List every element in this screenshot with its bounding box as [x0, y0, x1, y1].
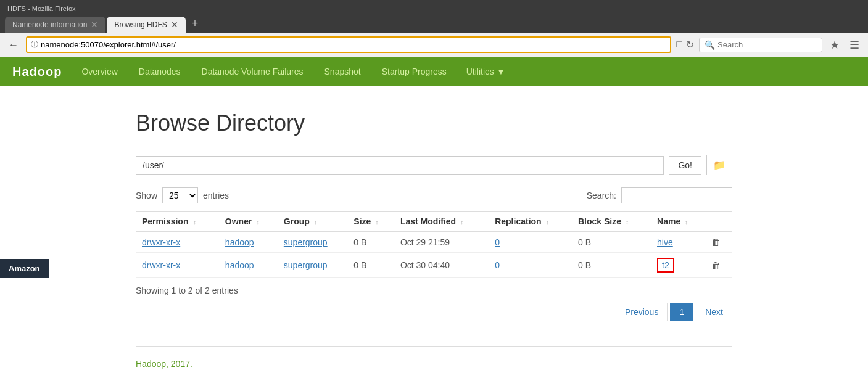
group-link-2[interactable]: supergroup — [284, 260, 328, 270]
sort-permission-icon: ↕ — [192, 218, 196, 226]
folder-icon: 📁 — [713, 160, 725, 170]
tab-namenode-information[interactable]: Namenode information ✕ — [5, 17, 105, 33]
browser-addressbar: ← ⓘ □ ↻ 🔍 ★ ☰ — [0, 33, 868, 57]
col-owner[interactable]: Owner ↕ — [219, 212, 278, 232]
new-tab-button[interactable]: + — [187, 15, 204, 33]
col-size[interactable]: Size ↕ — [347, 212, 394, 232]
divider — [136, 346, 732, 347]
search-icon: 🔍 — [705, 40, 715, 50]
hadoop-navbar: Hadoop Overview Datanodes Datanode Volum… — [0, 57, 868, 86]
nav-datanode-volume-failures[interactable]: Datanode Volume Failures — [200, 64, 305, 79]
directory-table: Permission ↕ Owner ↕ Group ↕ Size ↕ Last… — [136, 211, 732, 278]
replication-link-1[interactable]: 0 — [495, 237, 500, 247]
tab-browsing-close[interactable]: ✕ — [171, 20, 178, 30]
addr-icons: □ ↻ — [676, 39, 694, 51]
delete-button-2[interactable]: 🗑 — [711, 260, 721, 271]
sort-owner-icon: ↕ — [256, 218, 260, 226]
sort-name-icon: ↕ — [685, 218, 688, 226]
tab-browsing-label: Browsing HDFS — [114, 20, 167, 29]
owner-link-1[interactable]: hadoop — [225, 237, 254, 247]
nav-snapshot[interactable]: Snapshot — [323, 64, 362, 79]
pagination: Previous 1 Next — [136, 303, 732, 321]
sort-lastmod-icon: ↕ — [460, 218, 464, 226]
replication-link-2[interactable]: 0 — [495, 260, 500, 270]
browser-search-wrap[interactable]: 🔍 — [699, 38, 822, 52]
col-name[interactable]: Name ↕ — [651, 212, 705, 232]
col-block-size[interactable]: Block Size ↕ — [572, 212, 651, 232]
tab-namenode-label: Namenode information — [12, 20, 87, 29]
showing-text: Showing 1 to 2 of 2 entries — [136, 286, 732, 295]
tab-namenode-close[interactable]: ✕ — [91, 20, 98, 30]
show-entries: Show 10 25 50 100 entries — [136, 187, 229, 203]
col-group[interactable]: Group ↕ — [278, 212, 348, 232]
blocksize-2: 0 B — [572, 253, 651, 278]
size-1: 0 B — [347, 232, 394, 253]
browser-chrome: HDFS - Mozilla Firefox Namenode informat… — [0, 0, 868, 33]
footer-text: Hadoop, 2017. — [136, 359, 732, 369]
browser-tabs: Namenode information ✕ Browsing HDFS ✕ + — [5, 15, 863, 33]
col-replication[interactable]: Replication ↕ — [489, 212, 572, 232]
nav-startup-progress[interactable]: Startup Progress — [381, 64, 448, 79]
col-last-modified[interactable]: Last Modified ↕ — [394, 212, 489, 232]
browser-titlebar: HDFS - Mozilla Firefox — [5, 4, 863, 15]
nav-datanodes[interactable]: Datanodes — [138, 64, 182, 79]
address-input[interactable] — [41, 40, 666, 49]
back-button[interactable]: ← — [6, 38, 21, 52]
sort-group-icon: ↕ — [314, 218, 318, 226]
entries-label: entries — [203, 191, 229, 200]
name-link-1[interactable]: hive — [657, 237, 673, 247]
reader-view-icon[interactable]: □ — [676, 39, 682, 51]
search-text: Search: — [587, 191, 616, 200]
address-bar[interactable]: ⓘ — [26, 36, 671, 53]
nav-overview[interactable]: Overview — [80, 64, 118, 79]
permission-link-2[interactable]: drwxr-xr-x — [142, 260, 180, 270]
go-button[interactable]: Go! — [669, 156, 701, 175]
name-link-2-highlighted[interactable]: t2 — [657, 258, 674, 273]
nav-utilities[interactable]: Utilities ▼ — [466, 67, 505, 76]
path-row: Go! 📁 — [136, 155, 732, 175]
table-row: drwxr-xr-x hadoop supergroup 0 B Oct 30 … — [136, 253, 732, 278]
size-2: 0 B — [347, 253, 394, 278]
dropdown-arrow-icon: ▼ — [497, 67, 505, 76]
col-permission[interactable]: Permission ↕ — [136, 212, 219, 232]
folder-icon-button[interactable]: 📁 — [706, 155, 732, 175]
table-search-label: Search: — [587, 187, 732, 203]
lastmod-1: Oct 29 21:59 — [394, 232, 489, 253]
reload-icon[interactable]: ↻ — [686, 39, 694, 51]
delete-button-1[interactable]: 🗑 — [711, 237, 721, 247]
entries-select[interactable]: 10 25 50 100 — [162, 187, 198, 203]
amazon-badge[interactable]: Amazon — [0, 259, 49, 278]
sort-blocksize-icon: ↕ — [626, 218, 629, 226]
previous-button[interactable]: Previous — [616, 303, 668, 321]
controls-row: Show 10 25 50 100 entries Search: — [136, 187, 732, 203]
browser-search-input[interactable] — [717, 40, 816, 49]
next-button[interactable]: Next — [696, 303, 732, 321]
show-label: Show — [136, 191, 157, 200]
bookmark-button[interactable]: ★ — [827, 37, 842, 53]
page-title: Browse Directory — [136, 110, 732, 136]
blocksize-1: 0 B — [572, 232, 651, 253]
sort-size-icon: ↕ — [375, 218, 379, 226]
lastmod-2: Oct 30 04:40 — [394, 253, 489, 278]
tab-browsing-hdfs[interactable]: Browsing HDFS ✕ — [107, 17, 185, 33]
main-content: Browse Directory Go! 📁 Show 10 25 50 100… — [0, 86, 868, 378]
table-row: drwxr-xr-x hadoop supergroup 0 B Oct 29 … — [136, 232, 732, 253]
group-link-1[interactable]: supergroup — [284, 237, 328, 247]
col-actions — [705, 212, 732, 232]
sort-replication-icon: ↕ — [546, 218, 550, 226]
info-icon: ⓘ — [31, 39, 38, 50]
table-search-input[interactable] — [621, 187, 732, 203]
owner-link-2[interactable]: hadoop — [225, 260, 254, 270]
menu-button[interactable]: ☰ — [847, 37, 862, 53]
hadoop-brand: Hadoop — [12, 65, 62, 79]
path-input[interactable] — [136, 156, 664, 175]
page-1-button[interactable]: 1 — [670, 303, 693, 321]
permission-link-1[interactable]: drwxr-xr-x — [142, 237, 180, 247]
